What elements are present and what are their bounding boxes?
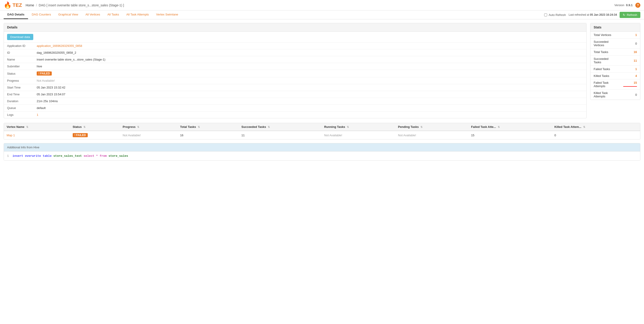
stat-value: 11 xyxy=(617,55,640,66)
stats-title: Stats xyxy=(590,23,640,32)
field-value: 1 xyxy=(34,112,586,118)
table-row: Progress Not Available! xyxy=(4,77,586,84)
stat-value: 0 xyxy=(617,38,640,49)
stat-value: 4 xyxy=(617,73,640,79)
details-table: Application ID application_1669628329355… xyxy=(4,42,586,118)
field-value: Not Available! xyxy=(34,77,586,84)
tab-all-tasks[interactable]: All Tasks xyxy=(104,10,122,19)
help-icon[interactable]: ? xyxy=(635,3,640,8)
sort-icon[interactable]: ⇅ xyxy=(26,126,28,128)
top-panels: Details Download data Application ID app… xyxy=(4,23,640,118)
red-indicator xyxy=(623,86,637,87)
sort-icon[interactable]: ⇅ xyxy=(84,126,86,128)
field-label: Application ID xyxy=(4,42,34,49)
details-panel: Details Download data Application ID app… xyxy=(4,23,586,118)
main-content: Details Download data Application ID app… xyxy=(0,19,644,164)
col-total-tasks: Total Tasks ⇅ xyxy=(177,123,238,131)
stat-value: 16 xyxy=(617,49,640,55)
field-label: Status xyxy=(4,70,34,77)
stat-value: 1 xyxy=(617,66,640,73)
field-value: dag_1669628329355_0858_2 xyxy=(34,49,586,56)
sort-icon[interactable]: ⇅ xyxy=(347,126,349,128)
tab-all-task-attempts[interactable]: All Task Attempts xyxy=(122,10,152,19)
sort-icon[interactable]: ⇅ xyxy=(583,126,585,128)
field-value: 05 Jan 2023 15:32:42 xyxy=(34,84,586,91)
table-row: Submitter hive xyxy=(4,63,586,70)
stat-row-killed-tasks: Killed Tasks 4 xyxy=(590,73,640,79)
col-progress: Progress ⇅ xyxy=(120,123,177,131)
app-id-link[interactable]: application_1669628329355_0858 xyxy=(37,44,82,48)
cell-killed-task-attempts: 0 xyxy=(552,131,640,139)
table-name-store-sales: store_sales xyxy=(108,154,128,158)
field-value: 21m 25s 104ms xyxy=(34,98,586,105)
tab-dag-counters[interactable]: DAG Counters xyxy=(28,10,55,19)
table-row: Application ID application_1669628329355… xyxy=(4,42,586,49)
line-number: 1 xyxy=(7,154,9,158)
col-pending-tasks: Pending Tasks ⇅ xyxy=(396,123,468,131)
keyword-table: table xyxy=(42,154,52,158)
stat-row-succeeded-tasks: Succeeded Tasks 11 xyxy=(590,55,640,66)
stat-label: Failed Tasks xyxy=(590,66,617,73)
col-succeeded-tasks: Succeeded Tasks ⇅ xyxy=(238,123,321,131)
col-killed-task-attempts: Killed Task Attem... ⇅ xyxy=(552,123,640,131)
cell-pending-tasks: Not Available! xyxy=(396,131,468,139)
field-label: Name xyxy=(4,56,34,63)
cell-progress: Not Available! xyxy=(120,131,177,139)
vertex-table-section: Vertex Name ⇅ Status ⇅ Progress ⇅ Total … xyxy=(4,123,640,140)
vertex-name-link[interactable]: Map 1 xyxy=(6,134,15,137)
sort-icon[interactable]: ⇅ xyxy=(498,126,500,128)
auto-refresh-checkbox[interactable] xyxy=(544,13,547,16)
table-row: End Time 05 Jan 2023 15:54:07 xyxy=(4,91,586,98)
keyword-star: * xyxy=(96,154,98,158)
tab-graphical-view[interactable]: Graphical View xyxy=(55,10,82,19)
field-label: ID xyxy=(4,49,34,56)
field-label: Start Time xyxy=(4,84,34,91)
additional-info-section: Additional Info from Hive 1insert overwr… xyxy=(4,143,640,161)
tab-all-vertices[interactable]: All Vertices xyxy=(82,10,104,19)
col-running-tasks: Running Tasks ⇅ xyxy=(321,123,395,131)
cell-running-tasks: Not Available! xyxy=(321,131,395,139)
tab-vertex-swimlane[interactable]: Vertex Swimlane xyxy=(152,10,182,19)
tab-dag-details[interactable]: DAG Details xyxy=(4,10,28,19)
field-value: application_1669628329355_0858 xyxy=(34,42,586,49)
table-name-store-sales-text: store_sales_text xyxy=(53,154,82,158)
home-link[interactable]: Home xyxy=(26,3,34,7)
stat-label: Killed Tasks xyxy=(590,73,617,79)
sort-icon[interactable]: ⇅ xyxy=(198,126,200,128)
status-badge: ! FAILED xyxy=(73,133,88,137)
additional-info-header: Additional Info from Hive xyxy=(4,143,640,152)
logs-link[interactable]: 1 xyxy=(37,113,38,117)
breadcrumb-sep: / xyxy=(36,3,37,7)
keyword-insert: insert xyxy=(12,154,23,158)
col-failed-task-attempts: Failed Task Atte... ⇅ xyxy=(468,123,552,131)
table-row: Duration 21m 25s 104ms xyxy=(4,98,586,105)
stat-value: 0 xyxy=(617,90,640,100)
vertex-table: Vertex Name ⇅ Status ⇅ Progress ⇅ Total … xyxy=(4,123,640,139)
stat-row-failed-tasks: Failed Tasks 1 xyxy=(590,66,640,73)
stat-label: Total Tasks xyxy=(590,49,617,55)
cell-total-tasks: 16 xyxy=(177,131,238,139)
stat-label: Succeeded Vertices xyxy=(590,38,617,49)
table-row: Queue default xyxy=(4,105,586,112)
cell-status: ! FAILED xyxy=(70,131,120,139)
refresh-button[interactable]: ↻ Refresh xyxy=(620,12,640,18)
table-row: Logs 1 xyxy=(4,112,586,118)
sort-icon[interactable]: ⇅ xyxy=(137,126,139,128)
download-button[interactable]: Download data xyxy=(7,34,33,40)
sort-icon[interactable]: ⇅ xyxy=(420,126,422,128)
cell-succeeded-tasks: 11 xyxy=(238,131,321,139)
table-row: Start Time 05 Jan 2023 15:32:42 xyxy=(4,84,586,91)
keyword-select: select xyxy=(84,154,94,158)
logo: 🔥 TEZ xyxy=(4,1,22,9)
sort-icon[interactable]: ⇅ xyxy=(268,126,270,128)
auto-refresh-label[interactable]: Auto Refresh xyxy=(544,13,566,17)
field-label: Progress xyxy=(4,77,34,84)
field-label: Logs xyxy=(4,112,34,118)
nav-tabs: DAG Details DAG Counters Graphical View … xyxy=(0,10,644,19)
stat-label: Total Vertices xyxy=(590,32,617,38)
last-refreshed: Last refreshed at 05 Jan 2023 16:24:34 xyxy=(568,13,617,16)
cell-vertex-name: Map 1 xyxy=(4,131,70,139)
table-row: Map 1 ! FAILED Not Available! 16 11 Not … xyxy=(4,131,640,139)
cell-failed-task-attempts: 15 xyxy=(468,131,552,139)
logo-text: TEZ xyxy=(12,2,22,8)
